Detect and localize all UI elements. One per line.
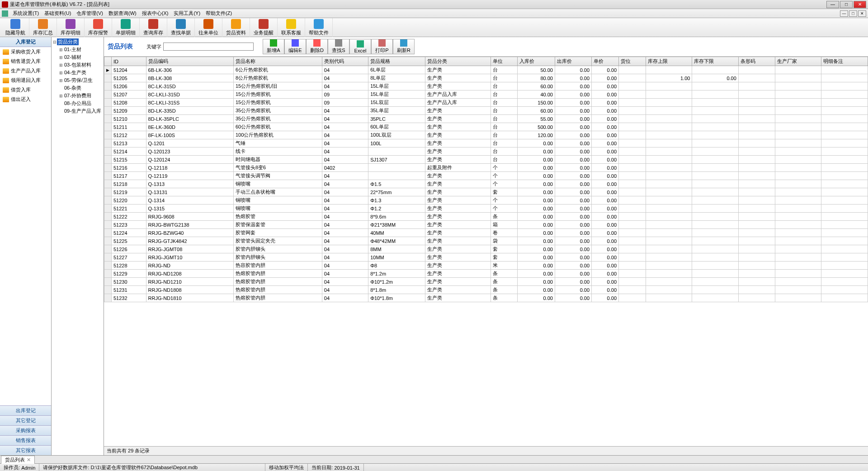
menu-0[interactable]: 系统设置(T) bbox=[10, 10, 42, 17]
toolbar-货品资料[interactable]: 货品资料 bbox=[222, 18, 250, 37]
table-row[interactable]: 51231RRJG-ND1808热熔胶管内胆048*1.8m生产类条0.000.… bbox=[104, 286, 868, 294]
col-条形码[interactable]: 条形码 bbox=[738, 57, 775, 66]
sidebar-item-生产产品入库[interactable]: 生产产品入库 bbox=[0, 66, 51, 76]
col-货品名称[interactable]: 货品名称 bbox=[233, 57, 322, 66]
sidebar-section-采购报表[interactable]: 采购报表 bbox=[0, 425, 51, 435]
sidebar-header[interactable]: 入库登记 bbox=[0, 37, 51, 47]
table-row[interactable]: 51220Q-1314铜喷嘴04Φ1.3生产类个0.000.000.00 bbox=[104, 196, 868, 205]
action-删除D[interactable]: 删除D bbox=[306, 39, 328, 54]
action-刷新R[interactable]: 刷新R bbox=[393, 39, 415, 54]
table-row[interactable]: ▶ 512046B-LK-3066公斤热熔胶机046L单层生产类台50.000.… bbox=[104, 66, 868, 74]
col-明细备注[interactable]: 明细备注 bbox=[821, 57, 868, 66]
col-单价[interactable]: 单价 bbox=[592, 57, 619, 66]
col-单位[interactable]: 单位 bbox=[491, 57, 518, 66]
table-row[interactable]: 512118E-LK-360D60公斤热熔胶机0460L单层生产类台500.00… bbox=[104, 123, 868, 131]
sidebar-item-借货入库[interactable]: 借货入库 bbox=[0, 85, 51, 95]
table-row[interactable]: 51227RRJG-JGMT10胶管内胆铆头0410MM生产类套0.000.00… bbox=[104, 253, 868, 262]
table-row[interactable]: 51225RRJG-GTJK4842胶管管头固定夹壳04Φ48*42MM生产类袋… bbox=[104, 237, 868, 245]
col-入库价[interactable]: 入库价 bbox=[518, 57, 555, 66]
table-row[interactable]: 51232RRJG-ND1810热熔胶管内胆04Φ10*1.8m生产类条0.00… bbox=[104, 294, 868, 302]
mdi-restore[interactable]: □ bbox=[849, 10, 857, 17]
table-row[interactable]: 512108D-LK-35PLC35公斤热熔胶机0435PLC生产类台55.00… bbox=[104, 115, 868, 123]
tree-node-08-办公用品[interactable]: 08-办公用品 bbox=[52, 100, 103, 107]
toolbar-业务提醒[interactable]: 业务提醒 bbox=[250, 18, 278, 37]
sidebar-item-领用退回入库[interactable]: 领用退回入库 bbox=[0, 76, 51, 85]
table-row[interactable]: 51226RRJG-JGMT08胶管内胆铆头048MM生产类套0.000.000… bbox=[104, 245, 868, 253]
product-grid[interactable]: ID货品编码货品名称类别代码货品规格货品分类单位入库价出库价单价货位库存上限库存… bbox=[104, 57, 868, 302]
toolbar-库存汇总[interactable]: 库存汇总 bbox=[29, 18, 57, 37]
tree-node-04-生产类[interactable]: ⊞04-生产类 bbox=[52, 69, 103, 76]
action-新增A[interactable]: 新增A bbox=[263, 39, 284, 54]
toolbar-帮助文件[interactable]: 帮助文件 bbox=[305, 18, 333, 37]
table-row[interactable]: 51223RRJG-BWTG2138胶管保温套管04Φ21*38MM生产类箱0.… bbox=[104, 221, 868, 229]
sidebar-item-采购收货入库[interactable]: 采购收货入库 bbox=[0, 47, 51, 57]
table-row[interactable]: 512068C-LK-315D15公斤热熔胶机/旧0415L单层生产类台60.0… bbox=[104, 82, 868, 90]
col-生产厂家[interactable]: 生产厂家 bbox=[775, 57, 821, 66]
col-货品编码[interactable]: 货品编码 bbox=[146, 57, 233, 66]
menu-1[interactable]: 基础资料(U) bbox=[42, 10, 74, 17]
table-row[interactable]: 51229RRJG-ND1208热熔胶管内胆048*1.2m生产类条0.000.… bbox=[104, 270, 868, 278]
tree-root[interactable]: ⊟货品分类 bbox=[52, 38, 103, 46]
action-查找S[interactable]: 查找S bbox=[328, 39, 349, 54]
maximize-button[interactable]: □ bbox=[840, 1, 853, 8]
table-row[interactable]: 51224RRJG-BZWG40胶管网套0440MM生产类卷0.000.000.… bbox=[104, 229, 868, 237]
tree-node-05-劳保/卫生[interactable]: ⊞05-劳保/卫生 bbox=[52, 76, 103, 84]
toolbar-隐藏导航[interactable]: 隐藏导航 bbox=[2, 18, 29, 37]
action-Excel[interactable]: Excel bbox=[349, 39, 371, 54]
col-货品规格[interactable]: 货品规格 bbox=[368, 57, 425, 66]
col-类别代码[interactable]: 类别代码 bbox=[322, 57, 368, 66]
sidebar-section-销售报表[interactable]: 销售报表 bbox=[0, 435, 51, 445]
sidebar-section-其它报表[interactable]: 其它报表 bbox=[0, 445, 51, 455]
sidebar-section-其它登记[interactable]: 其它登记 bbox=[0, 415, 51, 425]
sidebar-item-销售退货入库[interactable]: 销售退货入库 bbox=[0, 57, 51, 66]
toolbar-联系客服[interactable]: 联系客服 bbox=[278, 18, 305, 37]
table-row[interactable]: 51222RRJG-9608热熔胶管048*9.6m生产类条0.000.000.… bbox=[104, 213, 868, 221]
toolbar-库存报警[interactable]: 库存报警 bbox=[85, 18, 112, 37]
col-货品分类[interactable]: 货品分类 bbox=[425, 57, 491, 66]
tree-node-02-辅材[interactable]: ⊞02-辅材 bbox=[52, 53, 103, 61]
table-row[interactable]: 51230RRJG-ND1210热熔胶管内胆04Φ10*1.2m生产类条0.00… bbox=[104, 278, 868, 286]
table-row[interactable]: 51218Q-1313铜喷嘴04Φ1.5生产类个0.000.000.00 bbox=[104, 180, 868, 188]
menu-5[interactable]: 实用工具(Y) bbox=[171, 10, 203, 17]
col-货位[interactable]: 货位 bbox=[619, 57, 646, 66]
table-row[interactable]: 51219Q-13131手动三点条状枪嘴0422*75mm生产类套0.000.0… bbox=[104, 188, 868, 196]
table-row[interactable]: 51214Q-120123线卡04生产类台0.000.000.00 bbox=[104, 147, 868, 156]
toolbar-库存明细[interactable]: 库存明细 bbox=[57, 18, 85, 37]
minimize-button[interactable]: — bbox=[826, 1, 839, 8]
mdi-minimize[interactable]: — bbox=[840, 10, 848, 17]
table-row[interactable]: 512088C-LKLI-315S15公斤热熔胶机0915L双层生产产品入库台1… bbox=[104, 99, 868, 107]
tree-node-09-生产产品入库[interactable]: 09-生产产品入库 bbox=[52, 107, 103, 115]
table-row[interactable]: 51217Q-12119气管接头调节阀04生产类个0.000.000.00 bbox=[104, 172, 868, 180]
toolbar-往来单位[interactable]: 往来单位 bbox=[195, 18, 222, 37]
table-row[interactable]: 512128F-LK-100S100公斤热熔胶机04100L双层生产类台120.… bbox=[104, 131, 868, 139]
tree-node-07-外协费用[interactable]: ⊞07-外协费用 bbox=[52, 92, 103, 100]
table-row[interactable]: 51216Q-12118气管接头8变60402起重及附件个0.000.000.0… bbox=[104, 164, 868, 172]
col-ID[interactable]: ID bbox=[112, 57, 146, 66]
action-编辑E[interactable]: 编辑E bbox=[284, 39, 306, 54]
menu-3[interactable]: 数据查询(W) bbox=[106, 10, 139, 17]
table-row[interactable]: 512078C-LKLI-315D15公斤热熔胶机0915L单层生产产品入库台4… bbox=[104, 90, 868, 99]
search-input[interactable] bbox=[163, 43, 254, 51]
col-库存上限[interactable]: 库存上限 bbox=[646, 57, 692, 66]
table-row[interactable]: 51221Q-1315铜喷嘴04Φ1.2生产类个0.000.000.00 bbox=[104, 205, 868, 213]
sidebar-item-借出还入[interactable]: 借出还入 bbox=[0, 95, 51, 104]
toolbar-查找单据[interactable]: 查找单据 bbox=[167, 18, 195, 37]
close-button[interactable]: ✕ bbox=[854, 1, 866, 8]
close-tab-icon[interactable]: ✕ bbox=[27, 457, 31, 462]
col-出库价[interactable]: 出库价 bbox=[555, 57, 591, 66]
table-row[interactable]: 512058B-LK-3088公斤热熔胶机048L单层生产类台80.000.00… bbox=[104, 74, 868, 82]
table-row[interactable]: 51228RRJG-ND热容胶管内胆04Φ8生产类米0.000.000.00 bbox=[104, 262, 868, 270]
menu-4[interactable]: 报表中心(X) bbox=[139, 10, 171, 17]
toolbar-单据明细[interactable]: 单据明细 bbox=[112, 18, 140, 37]
table-row[interactable]: 512098D-LK-335D35公斤热熔胶机0435L单层生产类台60.000… bbox=[104, 107, 868, 115]
mdi-close[interactable]: ✕ bbox=[858, 10, 866, 17]
sidebar-section-出库登记[interactable]: 出库登记 bbox=[0, 405, 51, 415]
tree-node-06-杂类[interactable]: 06-杂类 bbox=[52, 84, 103, 92]
table-row[interactable]: 51215Q-120124时间继电器04SJ1307生产类台0.000.000.… bbox=[104, 156, 868, 164]
tree-node-01-主材[interactable]: ⊞01-主材 bbox=[52, 46, 103, 53]
table-row[interactable]: 51213Q-1201气锤04100L生产类台0.000.000.00 bbox=[104, 139, 868, 147]
menu-6[interactable]: 帮助文件(Z) bbox=[203, 10, 235, 17]
action-打印P[interactable]: 打印P bbox=[371, 39, 393, 54]
menu-2[interactable]: 仓库管理(V) bbox=[74, 10, 106, 17]
toolbar-查询库存[interactable]: 查询库存 bbox=[140, 18, 167, 37]
